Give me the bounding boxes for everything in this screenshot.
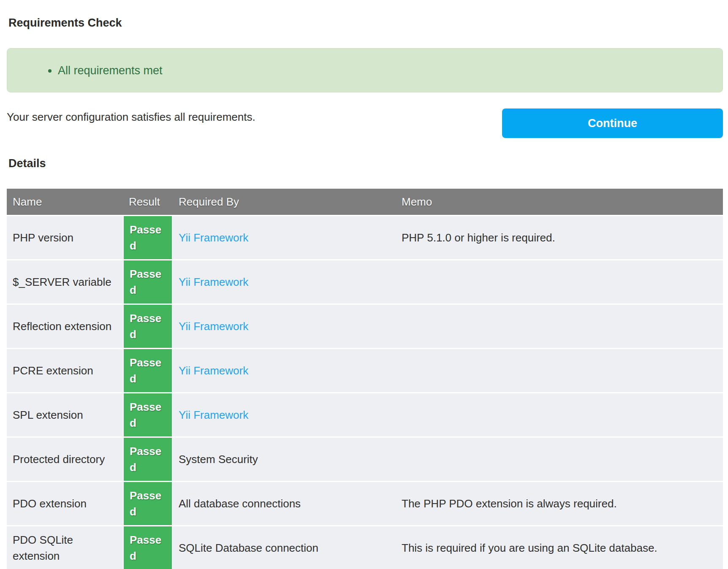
requirement-name-cell: PDO SQLite extension — [7, 525, 123, 569]
table-row: PDO extensionPassedAll database connecti… — [7, 481, 723, 525]
table-row: Protected directoryPassedSystem Security — [7, 436, 723, 481]
result-status-cell: Passed — [123, 215, 173, 259]
success-alert-item: All requirements met — [58, 64, 163, 77]
required-by-link[interactable]: Yii Framework — [179, 409, 248, 421]
memo-cell — [396, 259, 723, 303]
column-header-result: Result — [123, 189, 173, 215]
required-by-cell: System Security — [173, 436, 396, 481]
continue-button[interactable]: Continue — [502, 108, 723, 138]
requirement-name-cell: $_SERVER variable — [7, 259, 123, 303]
requirement-name-cell: PHP version — [7, 215, 123, 259]
table-row: Reflection extensionPassedYii Framework — [7, 303, 723, 348]
required-by-cell: Yii Framework — [173, 392, 396, 436]
requirement-name-cell: SPL extension — [7, 392, 123, 436]
requirement-name-cell: PDO extension — [7, 481, 123, 525]
required-by-link[interactable]: Yii Framework — [179, 320, 248, 333]
required-by-cell: SQLite Database connection — [173, 525, 396, 569]
details-heading: Details — [8, 157, 720, 170]
required-by-cell: Yii Framework — [173, 215, 396, 259]
action-row: Your server configuration satisfies all … — [7, 108, 723, 155]
memo-cell — [396, 303, 723, 348]
column-header-name: Name — [7, 189, 123, 215]
table-row: PDO SQLite extensionPassedSQLite Databas… — [7, 525, 723, 569]
success-alert-list: All requirements met — [7, 64, 163, 77]
result-status-cell: Passed — [123, 259, 173, 303]
column-header-required-by: Required By — [173, 189, 396, 215]
memo-cell — [396, 392, 723, 436]
table-row: $_SERVER variablePassedYii Framework — [7, 259, 723, 303]
requirements-table-body: PHP versionPassedYii FrameworkPHP 5.1.0 … — [7, 215, 723, 569]
required-by-cell: All database connections — [173, 481, 396, 525]
required-by-cell: Yii Framework — [173, 303, 396, 348]
table-row: SPL extensionPassedYii Framework — [7, 392, 723, 436]
memo-cell: This is required if you are using an SQL… — [396, 525, 723, 569]
required-by-cell: Yii Framework — [173, 348, 396, 392]
table-row: PCRE extensionPassedYii Framework — [7, 348, 723, 392]
requirements-check-page: Requirements Check All requirements met … — [0, 0, 728, 569]
result-status-cell: Passed — [123, 348, 173, 392]
requirement-name-cell: Protected directory — [7, 436, 123, 481]
memo-cell: PHP 5.1.0 or higher is required. — [396, 215, 723, 259]
requirements-table: Name Result Required By Memo PHP version… — [7, 189, 723, 569]
required-by-link[interactable]: Yii Framework — [179, 231, 248, 244]
required-by-cell: Yii Framework — [173, 259, 396, 303]
memo-cell — [396, 436, 723, 481]
result-status-cell: Passed — [123, 392, 173, 436]
memo-cell: The PHP PDO extension is always required… — [396, 481, 723, 525]
result-status-cell: Passed — [123, 303, 173, 348]
required-by-link[interactable]: Yii Framework — [179, 276, 248, 288]
success-alert: All requirements met — [7, 48, 723, 92]
requirements-table-header: Name Result Required By Memo — [7, 189, 723, 215]
required-by-link[interactable]: Yii Framework — [179, 364, 248, 377]
table-row: PHP versionPassedYii FrameworkPHP 5.1.0 … — [7, 215, 723, 259]
page-title: Requirements Check — [0, 0, 728, 30]
result-status-cell: Passed — [123, 525, 173, 569]
memo-cell — [396, 348, 723, 392]
column-header-memo: Memo — [396, 189, 723, 215]
result-status-cell: Passed — [123, 481, 173, 525]
requirement-name-cell: PCRE extension — [7, 348, 123, 392]
requirement-name-cell: Reflection extension — [7, 303, 123, 348]
result-status-cell: Passed — [123, 436, 173, 481]
